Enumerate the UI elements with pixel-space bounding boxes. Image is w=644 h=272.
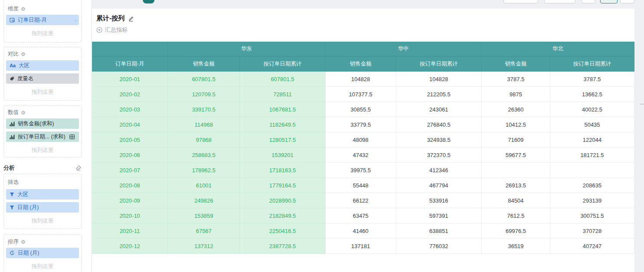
group-header-1[interactable]: 华中 — [325, 42, 482, 56]
table-cell[interactable]: 61001 — [168, 178, 240, 193]
table-cell[interactable]: 153859 — [168, 208, 240, 223]
table-cell[interactable]: 3787.5 — [550, 72, 634, 87]
chip-region[interactable]: Aa 大区 — [6, 60, 79, 71]
chip-filter-region[interactable]: 大区 — [6, 189, 79, 200]
table-cell[interactable]: 533916 — [396, 193, 482, 208]
table-cell[interactable]: 71609 — [482, 132, 550, 147]
table-cell[interactable]: 59677.5 — [482, 147, 550, 163]
table-cell[interactable]: 26360 — [482, 102, 550, 117]
table-cell[interactable]: 7612.5 — [482, 208, 550, 223]
table-cell[interactable]: 2020-04 — [92, 117, 168, 132]
table-cell[interactable]: 607801.5 — [240, 72, 325, 87]
table-cell[interactable]: 607801.5 — [168, 72, 240, 87]
table-cell[interactable]: 212205.5 — [396, 87, 482, 102]
table-cell[interactable]: 324938.5 — [396, 132, 482, 147]
gear-icon[interactable]: ⚙ — [21, 52, 26, 57]
table-cell[interactable]: 467794 — [396, 178, 482, 193]
table-cell[interactable]: 2020-07 — [92, 163, 168, 178]
table-cell[interactable]: 178962.5 — [168, 163, 240, 178]
table-cell[interactable]: 1718163.5 — [240, 163, 325, 178]
table-cell[interactable]: 2250416.5 — [240, 223, 325, 239]
table-cell[interactable]: 137312 — [168, 239, 240, 254]
table-cell[interactable]: 372370.5 — [396, 147, 482, 163]
table-cell[interactable]: 2020-01 — [92, 72, 168, 87]
table-cell[interactable] — [482, 163, 550, 178]
table-cell[interactable]: 13662.5 — [550, 87, 634, 102]
table-cell[interactable]: 36519 — [482, 239, 550, 254]
table-cell[interactable]: 55448 — [325, 178, 396, 193]
table-cell[interactable]: 2020-02 — [92, 87, 168, 102]
table-cell[interactable]: 114968 — [168, 117, 240, 132]
edit-pencil-icon[interactable] — [128, 16, 134, 22]
table-cell[interactable]: 3787.5 — [482, 72, 550, 87]
column-header-6[interactable]: 按订单日期累计 — [550, 56, 634, 72]
table-cell[interactable]: 2020-06 — [92, 147, 168, 163]
toolbar-button-1[interactable] — [503, 0, 538, 3]
table-cell[interactable]: 41460 — [325, 223, 396, 239]
table-cell[interactable]: 339170.5 — [168, 102, 240, 117]
table-cell[interactable]: 370728 — [550, 223, 634, 239]
table-cell[interactable]: 63475 — [325, 208, 396, 223]
table-cell[interactable]: 47432 — [325, 147, 396, 163]
table-cell[interactable]: 2182849.5 — [240, 208, 325, 223]
table-cell[interactable]: 181721.5 — [550, 147, 634, 163]
table-cell[interactable]: 97868 — [168, 132, 240, 147]
table-cell[interactable]: 638851 — [396, 223, 482, 239]
column-header-4[interactable]: 按订单日期累计 — [396, 56, 482, 72]
table-cell[interactable]: 249826 — [168, 193, 240, 208]
table-cell[interactable]: 412346 — [396, 163, 482, 178]
table-cell[interactable]: 300751.5 — [550, 208, 634, 223]
table-cell[interactable]: 597391 — [396, 208, 482, 223]
add-summary-metric-button[interactable]: 汇总指标 — [96, 26, 128, 34]
group-header-0[interactable]: 华东 — [168, 42, 325, 56]
table-cell[interactable]: 48098 — [325, 132, 396, 147]
toolbar-button-3[interactable] — [582, 0, 595, 3]
table-cell[interactable]: 30855.5 — [325, 102, 396, 117]
toolbar-button-2[interactable] — [544, 0, 575, 3]
table-cell[interactable]: 2020-08 — [92, 178, 168, 193]
table-cell[interactable]: 9875 — [482, 87, 550, 102]
table-cell[interactable]: 276840.5 — [396, 117, 482, 132]
group-header-2[interactable]: 华北 — [482, 42, 634, 56]
table-cell[interactable]: 120709.5 — [168, 87, 240, 102]
column-header-1[interactable]: 销售金额 — [168, 56, 240, 72]
table-cell[interactable]: 26913.5 — [482, 178, 550, 193]
panel-resize-handle[interactable] — [640, 104, 644, 105]
table-cell[interactable]: 2020-09 — [92, 193, 168, 208]
table-cell[interactable]: 40022.5 — [550, 102, 634, 117]
table-cell[interactable]: 1280517.5 — [240, 132, 325, 147]
table-cell[interactable]: 104828 — [396, 72, 482, 87]
column-header-2[interactable]: 按订单日期累计 — [240, 56, 325, 72]
table-cell[interactable]: 10412.5 — [482, 117, 550, 132]
column-header-5[interactable]: 销售金额 — [482, 56, 550, 72]
table-cell[interactable]: 137181 — [325, 239, 396, 254]
table-cell[interactable]: 2020-10 — [92, 208, 168, 223]
table-cell[interactable] — [550, 163, 634, 178]
table-cell[interactable]: 2020-12 — [92, 239, 168, 254]
table-cell[interactable]: 2020-05 — [92, 132, 168, 147]
table-cell[interactable]: 243061 — [396, 102, 482, 117]
table-cell[interactable]: 2387728.5 — [240, 239, 325, 254]
table-cell[interactable]: 293139 — [550, 193, 634, 208]
table-cell[interactable]: 1539201 — [240, 147, 325, 163]
table-cell[interactable]: 407247 — [550, 239, 634, 254]
table-cell[interactable]: 122044 — [550, 132, 634, 147]
table-cell[interactable]: 1182649.5 — [240, 117, 325, 132]
eraser-icon[interactable] — [75, 165, 82, 171]
table-cell[interactable]: 2020-03 — [92, 102, 168, 117]
table-view-button[interactable] — [620, 0, 634, 3]
table-cell[interactable]: 208635 — [550, 178, 634, 193]
table-cell[interactable]: 1779164.5 — [240, 178, 325, 193]
column-header-0[interactable]: 订单日期-月 — [92, 56, 168, 72]
chart-type-pill-partial[interactable] — [143, 0, 154, 3]
table-cell[interactable]: 728511 — [240, 87, 325, 102]
chart-view-button[interactable] — [600, 0, 618, 3]
table-icon[interactable] — [69, 134, 75, 139]
column-header-3[interactable]: 销售金额 — [325, 56, 396, 72]
table-cell[interactable]: 2020-11 — [92, 223, 168, 239]
table-cell[interactable]: 104828 — [325, 72, 396, 87]
table-cell[interactable]: 67567 — [168, 223, 240, 239]
gear-icon[interactable]: ⚙ — [21, 110, 26, 115]
gear-icon[interactable]: ⚙ — [21, 239, 26, 245]
chip-sales-amount-sum[interactable]: 销售金额(求和) — [6, 118, 79, 129]
